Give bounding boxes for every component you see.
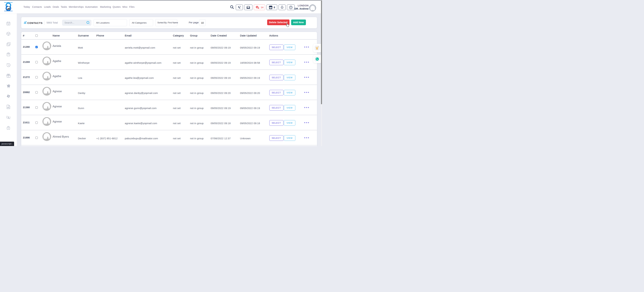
svg-text:?: ? — [290, 6, 291, 9]
svg-text:12: 12 — [8, 23, 9, 25]
